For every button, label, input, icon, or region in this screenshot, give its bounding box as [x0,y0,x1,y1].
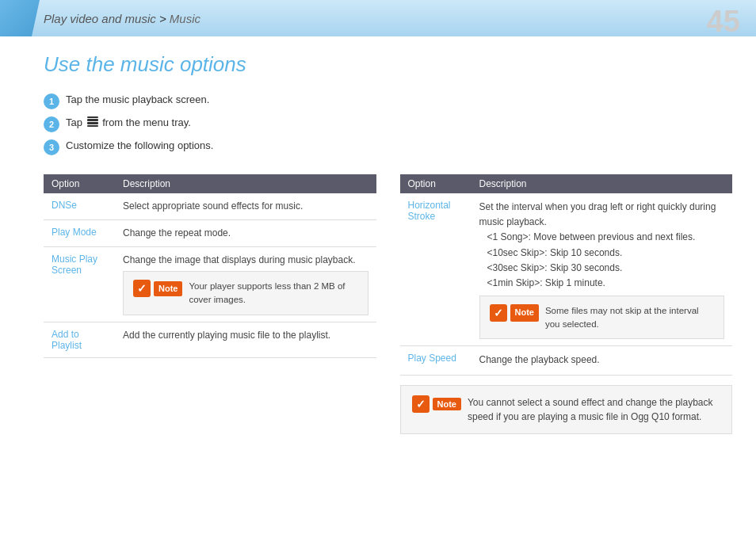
menu-icon [87,116,98,124]
option-playmode: Play Mode [44,219,115,246]
step-number-1: 1 [44,93,59,109]
note-label-2: Note [510,304,539,322]
svg-rect-2 [87,125,98,127]
steps-section: 1 Tap the music playback screen. 2 Tap f… [44,93,732,162]
header-title: Play video and music > Music [44,12,200,25]
note-text-musicplay: Your player supports less than 2 MB of c… [189,280,357,306]
note-box-hstroke: ✓ Note Some files may not skip at the in… [479,296,725,339]
desc-dnse: Select appropriate sound effects for mus… [115,193,376,219]
right-col1-header: Option [400,174,472,193]
header-sep: > [156,12,170,25]
option-playspeed: Play Speed [400,346,472,375]
left-column: Option Description DNSe Select appropria… [44,174,376,518]
desc-hstroke: Set the interval when you drag left or r… [472,193,733,346]
right-column: Option Description Horizontal Stroke Set… [400,174,733,518]
note-checkbox-3: ✓ [412,395,430,413]
step-3: 3 Customize the following options. [44,139,732,155]
right-col2-header: Description [472,174,733,193]
note-checkbox-2: ✓ [490,304,507,322]
svg-rect-1 [87,122,98,124]
step-1-text: Tap the music playback screen. [66,93,209,107]
header-main: Play video and music [44,12,156,25]
right-options-table: Option Description Horizontal Stroke Set… [400,174,733,376]
option-addplaylist: Add to Playlist [44,322,115,357]
table-row: Play Mode Change the repeat mode. [44,219,376,246]
svg-rect-0 [87,119,98,120]
step-3-text: Customize the following options. [66,139,213,153]
note-icon-2: ✓ Note [490,304,539,322]
desc-musicplay: Change the image that displays during mu… [115,246,376,322]
step-number-2: 2 [44,116,59,132]
step-1: 1 Tap the music playback screen. [44,93,732,109]
main-content: Use the music options 1 Tap the music pl… [0,36,756,534]
note-box-musicplay: ✓ Note Your player supports less than 2 … [123,271,368,315]
note-icon-3: ✓ Note [412,395,461,413]
step-number-3: 3 [44,139,59,155]
page-heading: Use the music options [44,52,732,77]
note-checkbox-1: ✓ [133,280,151,297]
header-sub: Music [170,12,200,25]
table-row: Music Play Screen Change the image that … [44,246,376,322]
step-2: 2 Tap from the menu tray. [44,116,732,132]
desc-playspeed: Change the playback speed. [472,346,733,375]
left-col2-header: Description [115,174,376,193]
page-number: 45 [707,6,740,36]
table-row: Play Speed Change the playback speed. [400,346,733,375]
option-dnse: DNSe [44,193,115,219]
columns-layout: Option Description DNSe Select appropria… [44,174,732,518]
note-label-1: Note [154,281,182,296]
left-options-table: Option Description DNSe Select appropria… [44,174,376,358]
header-bar: Play video and music > Music [0,0,756,36]
option-hstroke: Horizontal Stroke [400,193,472,346]
table-row: Horizontal Stroke Set the interval when … [400,193,733,346]
table-row: Add to Playlist Add the currently playin… [44,322,376,357]
note-text-hstroke: Some files may not skip at the interval … [545,304,714,330]
desc-playmode: Change the repeat mode. [115,219,376,246]
step-2-text: Tap from the menu tray. [66,116,191,130]
bottom-note-box: ✓ Note You cannot select a sound effect … [400,385,733,434]
bottom-note-text: You cannot select a sound effect and cha… [468,395,720,424]
option-musicplay: Music Play Screen [44,246,115,322]
note-icon-1: ✓ Note [133,280,182,297]
desc-addplaylist: Add the currently playing music file to … [115,322,376,357]
table-row: DNSe Select appropriate sound effects fo… [44,193,376,219]
note-label-3: Note [433,398,461,410]
left-col1-header: Option [44,174,115,193]
